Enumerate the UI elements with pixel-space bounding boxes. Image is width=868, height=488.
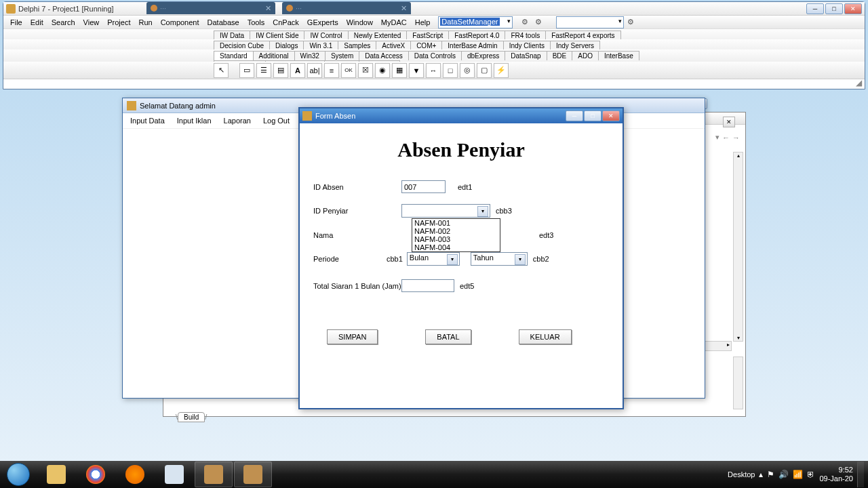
tab-standard[interactable]: Standard	[214, 51, 254, 60]
tab-close-icon[interactable]: ✕	[401, 4, 407, 13]
panel-close-button[interactable]: ✕	[723, 117, 735, 127]
menu-cnpack[interactable]: CnPack	[269, 17, 303, 28]
tray-security-icon[interactable]: ⛨	[807, 470, 815, 479]
tab[interactable]: Newly Extented	[348, 30, 407, 40]
tab[interactable]: System	[325, 51, 359, 60]
keluar-button[interactable]: KELUAR	[519, 329, 572, 344]
tab[interactable]: InterBase Admin	[441, 41, 503, 50]
tray-desktop-label[interactable]: Desktop	[728, 470, 755, 479]
radiogroup-icon[interactable]: ◎	[460, 63, 475, 78]
mainmenu-icon[interactable]: ☰	[256, 63, 271, 78]
dataset-manager-combo[interactable]: DataSetManager	[438, 16, 513, 28]
dropdown-option[interactable]: NAFM-001	[412, 219, 500, 227]
tool-icon[interactable]: ⚙	[624, 16, 637, 29]
combo-idpenyiar[interactable]	[401, 204, 490, 218]
task-explorer[interactable]	[37, 462, 75, 487]
combo-bulan[interactable]: Bulan	[407, 252, 460, 266]
dropdown-option[interactable]: NAFM-004	[412, 243, 500, 251]
editor-scrollbar-vertical[interactable]	[733, 152, 743, 342]
label-icon[interactable]: A	[290, 63, 305, 78]
menu-view[interactable]: View	[79, 17, 104, 28]
dropdown-icon[interactable]: ▾	[715, 133, 719, 142]
task-chrome[interactable]	[77, 462, 115, 487]
editor-scrollbar-vertical2[interactable]	[733, 357, 743, 409]
tab[interactable]: Indy Clients	[503, 41, 551, 50]
task-notepad[interactable]	[155, 462, 193, 487]
button-icon[interactable]: OK	[341, 63, 356, 78]
menu-input-data[interactable]: Input Data	[127, 115, 168, 126]
tab[interactable]: Data Access	[359, 51, 409, 60]
radiobutton-icon[interactable]: ◉	[375, 63, 390, 78]
memo-icon[interactable]: ≡	[324, 63, 339, 78]
tool-icon[interactable]: ⚙	[532, 16, 545, 29]
tab-close-icon[interactable]: ✕	[265, 4, 271, 13]
input-idabsen[interactable]	[401, 180, 446, 193]
pointer-icon[interactable]: ↖	[214, 63, 229, 78]
tab[interactable]: Samples	[338, 41, 376, 50]
tray-flag-icon[interactable]: ⚑	[767, 470, 774, 479]
tab[interactable]: Additional	[253, 51, 295, 60]
form-close-button[interactable]: ✕	[602, 110, 620, 121]
menu-input-iklan[interactable]: Input Iklan	[174, 115, 215, 126]
frame-icon[interactable]: ▭	[239, 63, 254, 78]
groupbox-icon[interactable]: □	[443, 63, 458, 78]
popupmenu-icon[interactable]: ▤	[273, 63, 288, 78]
tab[interactable]: COM+	[410, 41, 442, 50]
form-minimize-button[interactable]: ─	[566, 110, 583, 121]
close-button[interactable]: ✕	[844, 3, 862, 14]
menu-search[interactable]: Search	[47, 17, 79, 28]
menu-gexperts[interactable]: GExperts	[303, 17, 342, 28]
tray-chevron-icon[interactable]: ▴	[759, 470, 763, 479]
tray-network-icon[interactable]: 📶	[793, 470, 803, 479]
menu-run[interactable]: Run	[134, 17, 156, 28]
actionlist-icon[interactable]: ⚡	[494, 63, 509, 78]
forward-icon[interactable]: →	[732, 134, 740, 142]
combobox-icon[interactable]: ▼	[409, 63, 424, 78]
tool-icon[interactable]: ⚙	[518, 16, 532, 29]
form-maximize-button[interactable]: □	[584, 110, 601, 121]
simpan-button[interactable]: SIMPAN	[327, 329, 378, 344]
back-icon[interactable]: ←	[722, 134, 730, 142]
menu-window[interactable]: Window	[342, 17, 377, 28]
panel-icon[interactable]: ▢	[477, 63, 492, 78]
input-total[interactable]	[401, 279, 454, 292]
tab[interactable]: InterBase	[598, 51, 639, 60]
scrollbar-icon[interactable]: ↔	[426, 63, 441, 78]
tab[interactable]: FastScript	[406, 30, 449, 40]
show-desktop-button[interactable]	[857, 462, 864, 487]
dropdown-option[interactable]: NAFM-002	[412, 227, 500, 235]
menu-mydac[interactable]: MyDAC	[377, 17, 411, 28]
minimize-button[interactable]: ─	[806, 3, 824, 14]
maximize-button[interactable]: □	[825, 3, 843, 14]
tab[interactable]: Indy Servers	[550, 41, 600, 50]
menu-help[interactable]: Help	[411, 17, 435, 28]
tab[interactable]: dbExpress	[461, 51, 505, 60]
checkbox-icon[interactable]: ☒	[358, 63, 373, 78]
tray-volume-icon[interactable]: 🔊	[778, 470, 789, 479]
menu-logout[interactable]: Log Out	[260, 115, 293, 126]
tab[interactable]: ADO	[572, 51, 599, 60]
tab[interactable]: IW Data	[214, 30, 250, 40]
browser-tab[interactable]: ···✕	[282, 2, 411, 14]
menu-component[interactable]: Component	[157, 17, 203, 28]
tab[interactable]: BDE	[547, 51, 573, 60]
menu-project[interactable]: Project	[103, 17, 134, 28]
start-button[interactable]	[0, 462, 37, 487]
tab[interactable]: FastReport 4 exports	[545, 30, 620, 40]
tab[interactable]: IW Client Side	[250, 30, 304, 40]
tab[interactable]: IW Control	[304, 30, 348, 40]
secondary-combo[interactable]	[556, 16, 624, 28]
listbox-icon[interactable]: ▦	[392, 63, 407, 78]
browser-tab[interactable]: ···✕	[146, 2, 275, 14]
tab[interactable]: ActiveX	[376, 41, 411, 50]
tab[interactable]: FR4 tools	[505, 30, 546, 40]
tab[interactable]: Win 3.1	[303, 41, 338, 50]
menu-database[interactable]: Database	[203, 17, 243, 28]
edit-icon[interactable]: ab|	[307, 63, 322, 78]
tab[interactable]: FastReport 4.0	[448, 30, 505, 40]
tray-clock[interactable]: 9:52 09-Jan-20	[819, 466, 853, 483]
task-firefox[interactable]	[116, 462, 154, 487]
tab[interactable]: DataSnap	[505, 51, 547, 60]
tab[interactable]: Data Controls	[408, 51, 462, 60]
tab[interactable]: Dialogs	[269, 41, 304, 50]
